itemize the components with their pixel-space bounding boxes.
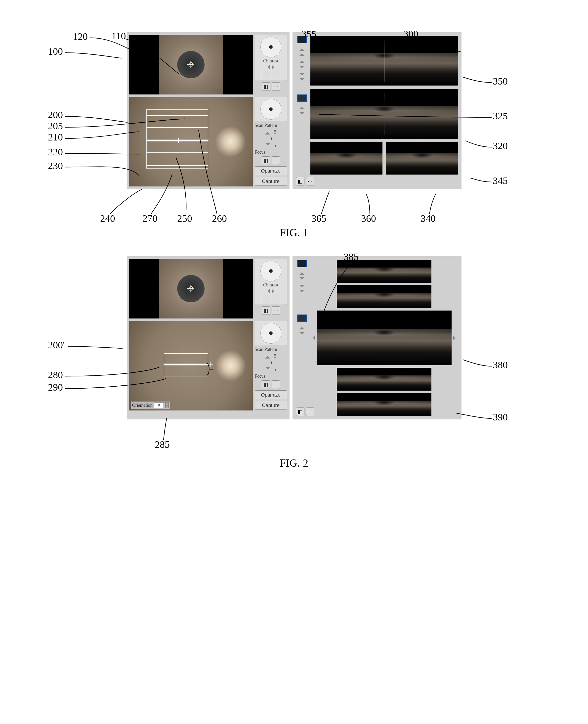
bscan-top-1[interactable] (337, 260, 431, 283)
fixation-target-icon (260, 37, 281, 58)
svg-text:250: 250 (177, 213, 192, 224)
raster-line-4 (146, 152, 208, 153)
acquisition-panel-2: Chinrest ◧⋯ (127, 256, 290, 419)
figure-1: Chinrest ◧ ⋯ (38, 15, 550, 239)
arrow-down-icon[interactable] (299, 66, 304, 70)
svg-text:340: 340 (421, 213, 436, 224)
nav-down-icon[interactable] (299, 73, 304, 83)
bscan-thumb-2[interactable] (297, 95, 307, 102)
svg-text:380: 380 (493, 359, 508, 370)
iris-black-bar-right (223, 35, 252, 95)
orientation-label: Orientation (132, 403, 153, 408)
optimize-button[interactable]: Optimize (255, 166, 287, 175)
fixation-target-widget[interactable]: Chinrest (255, 35, 287, 81)
svg-text:240: 240 (100, 213, 115, 224)
chinrest-option-1[interactable] (262, 70, 270, 79)
iris-live-view (129, 35, 253, 95)
bscan-380[interactable] (317, 311, 451, 365)
options-icon[interactable]: ⋯ (272, 82, 280, 91)
oct-tool-2b[interactable]: ⋯ (306, 408, 314, 416)
svg-text:200': 200' (48, 339, 65, 351)
oct-nav-column (296, 36, 308, 185)
oct-tool-1b[interactable]: ◧ (296, 408, 304, 416)
fundus-live-view[interactable] (129, 97, 253, 186)
step-plus5[interactable]: +5 (255, 129, 287, 135)
step-0[interactable]: 0 (255, 136, 287, 142)
figure-2-screenshot: Chinrest ◧⋯ (120, 256, 468, 419)
bscan-thumb-b[interactable] (297, 314, 307, 322)
bscan-prev-icon[interactable] (310, 335, 315, 340)
svg-text:360: 360 (361, 213, 376, 224)
alignment-crosshair-2 (187, 285, 194, 292)
raster-line-bottom (146, 165, 208, 166)
chinrest-controls: Chinrest ◧ ⋯ (255, 35, 287, 95)
orientation-input[interactable]: 0 (154, 402, 164, 408)
bscan-340[interactable] (386, 142, 458, 174)
focus-option-2[interactable]: ⋯ (272, 157, 280, 165)
bscan-thumb-1[interactable] (297, 36, 307, 43)
scan-center-cross[interactable] (176, 138, 181, 143)
fundus-live-view-2[interactable]: Orientation 0 (129, 321, 253, 411)
capture-button-2[interactable]: Capture (255, 401, 287, 410)
figure-2: Chinrest ◧⋯ (38, 239, 550, 470)
svg-text:270: 270 (142, 213, 157, 224)
figure-1-caption: FIG. 1 (38, 226, 550, 239)
optimize-button-2[interactable]: Optimize (255, 390, 287, 399)
bscan-top-2[interactable] (337, 285, 431, 308)
svg-text:205: 205 (48, 120, 63, 131)
fixation-target-widget-4[interactable] (255, 321, 287, 345)
chinrest-label: Chinrest (263, 58, 278, 64)
oct-tool-1[interactable]: ◧ (296, 177, 304, 185)
raster-line-2 (146, 127, 208, 128)
focus-label: Focus (255, 150, 287, 155)
fixation-target-widget-2[interactable] (255, 97, 287, 121)
iris-live-view-2 (129, 259, 253, 318)
svg-text:390: 390 (493, 412, 508, 423)
fixation-target-widget-3[interactable]: Chinrest (255, 259, 287, 305)
fixation-target-icon-2 (260, 99, 281, 120)
bscan-360[interactable] (310, 142, 382, 174)
orientation-control[interactable]: Orientation 0 (131, 401, 170, 409)
bscan-390[interactable] (337, 393, 431, 416)
arrow-right-icon[interactable] (272, 65, 277, 69)
snapshot-icon[interactable]: ◧ (262, 82, 270, 91)
focus-option-1[interactable]: ◧ (262, 157, 270, 165)
svg-text:200: 200 (48, 109, 63, 120)
capture-button[interactable]: Capture (255, 177, 287, 186)
bscan-350[interactable] (310, 36, 458, 85)
scan-controls: Scan Pattern +5 0 -5 Focus ◧ ⋯ Optimize … (255, 97, 287, 186)
step-minus5[interactable]: -5 (255, 143, 287, 148)
svg-text:230: 230 (48, 160, 63, 171)
orientation-up[interactable] (165, 402, 169, 405)
svg-text:365: 365 (311, 213, 326, 224)
svg-text:290: 290 (48, 381, 63, 393)
iris-black-bar-left (129, 35, 159, 95)
arrow-up-icon[interactable] (299, 58, 304, 63)
scan-center-cross-2[interactable] (208, 362, 213, 367)
svg-text:280: 280 (48, 369, 63, 380)
svg-text:260: 260 (212, 213, 227, 224)
scan-pattern-label: Scan Pattern (255, 123, 287, 128)
bscan-bot-1[interactable] (337, 368, 431, 391)
arrow-up-icon-2[interactable] (299, 104, 304, 109)
arrow-left-icon[interactable] (265, 65, 270, 69)
oct-tool-2[interactable]: ⋯ (306, 177, 314, 185)
raster-line-top (146, 115, 208, 116)
nav-up-icon[interactable] (299, 46, 304, 56)
svg-text:210: 210 (48, 131, 63, 143)
bscan-thumb-a[interactable] (297, 260, 307, 267)
bscan-next-icon[interactable] (453, 335, 458, 340)
arrow-down-icon-2[interactable] (299, 112, 304, 117)
oct-display-panel-2: ◧ ⋯ (293, 256, 462, 419)
alignment-crosshair (187, 61, 194, 68)
figure-1-screenshot: Chinrest ◧ ⋯ (120, 32, 468, 189)
svg-text:100: 100 (48, 46, 63, 57)
figure-2-caption: FIG. 2 (38, 457, 550, 470)
svg-text:345: 345 (493, 175, 508, 186)
bscan-320[interactable] (310, 89, 458, 139)
svg-text:325: 325 (493, 110, 508, 122)
chinrest-option-2[interactable] (272, 70, 280, 79)
orientation-down[interactable] (165, 405, 169, 408)
svg-text:120: 120 (73, 31, 88, 42)
svg-text:220: 220 (48, 146, 63, 158)
